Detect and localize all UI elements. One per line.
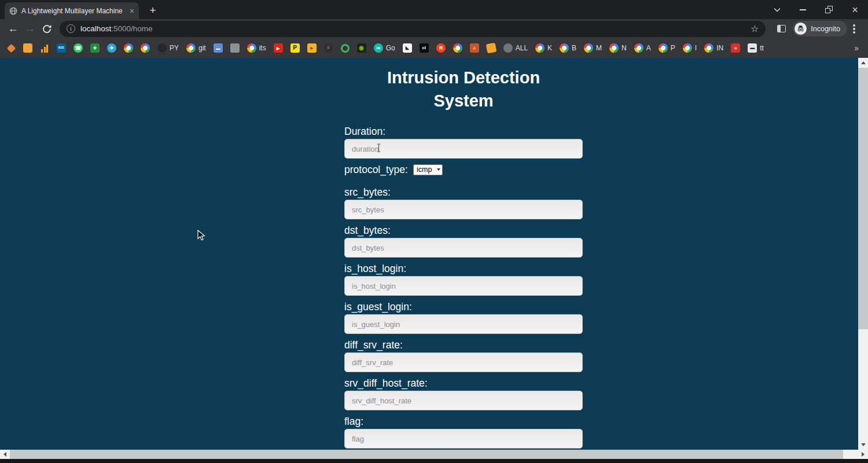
- tab-close-icon[interactable]: ×: [130, 7, 134, 15]
- scroll-left-button[interactable]: [0, 450, 10, 459]
- bookmark-label: git: [198, 44, 206, 52]
- bookmark-star-icon[interactable]: ☆: [751, 23, 759, 34]
- google-sheets-icon: +: [90, 43, 100, 53]
- incognito-badge: Incognito: [793, 21, 847, 36]
- bookmark-google-git[interactable]: git: [186, 43, 206, 53]
- vertical-scrollbar[interactable]: [858, 58, 868, 450]
- is-guest-login-input[interactable]: [344, 314, 583, 334]
- youtube-icon: ▶: [274, 43, 283, 53]
- bookmark-whatsapp[interactable]: ☎: [73, 43, 83, 53]
- google-icon: [124, 43, 133, 53]
- minimize-icon: [800, 9, 806, 10]
- is-host-login-input[interactable]: [344, 276, 583, 296]
- maximize-button[interactable]: [816, 0, 842, 19]
- bookmark-google-p[interactable]: P: [659, 43, 675, 53]
- horizontal-scrollbar-thumb[interactable]: [10, 450, 843, 459]
- bookmark-orange-app[interactable]: [23, 43, 32, 53]
- new-tab-button[interactable]: +: [146, 3, 160, 17]
- back-button[interactable]: ←: [5, 20, 21, 37]
- bookmark-pdf[interactable]: ≡: [731, 43, 740, 53]
- browser-tab[interactable]: A Lightweight Multilayer Machine ×: [5, 2, 139, 19]
- field-diff-srv-rate: diff_srv_rate:: [344, 339, 583, 372]
- bookmark-orange-book[interactable]: [487, 43, 496, 53]
- site-info-icon[interactable]: i: [67, 24, 75, 33]
- vertical-scrollbar-thumb[interactable]: [858, 68, 868, 329]
- menu-dots-icon[interactable]: [853, 28, 855, 30]
- side-panel-icon[interactable]: [777, 25, 786, 32]
- browser-window: { "window": { "tab_title": "A Lightweigh…: [0, 0, 868, 463]
- left-arrow-icon: [3, 452, 6, 457]
- bookmark-google-a[interactable]: A: [634, 43, 651, 53]
- bookmark-photos-app[interactable]: ▬: [214, 43, 223, 53]
- flag-input[interactable]: [344, 429, 583, 449]
- bookmark-google-sheets[interactable]: +: [90, 43, 100, 53]
- photos-app-icon: ▬: [214, 43, 223, 53]
- bookmark-telegram[interactable]: ✈: [107, 43, 116, 53]
- bookmark-google[interactable]: [453, 43, 462, 53]
- bookmarks-bar-items: IEEE☎+✈PYgit▬its▶P▶≡◉∞Go◣clЯ▲ALLKBMNAPII…: [7, 43, 764, 53]
- bookmark-google-i[interactable]: I: [683, 43, 697, 53]
- kite-icon: [7, 43, 16, 53]
- bookmark-godaddy-go[interactable]: ∞Go: [374, 43, 395, 53]
- field-is-guest-login: is_guest_login:: [344, 301, 583, 334]
- select-chevron-icon: [437, 168, 440, 171]
- incognito-label: Incognito: [811, 25, 840, 33]
- url-text[interactable]: localhost:5000/home: [80, 24, 153, 33]
- bookmark-youtube[interactable]: ▶: [274, 43, 283, 53]
- bookmark-google-k[interactable]: K: [535, 43, 552, 53]
- scroll-down-button[interactable]: [858, 440, 868, 450]
- field-is-host-login: is_host_login:: [344, 263, 583, 296]
- bookmark-yandex[interactable]: Я: [436, 43, 446, 53]
- address-bar[interactable]: i localhost:5000/home ☆: [60, 21, 766, 37]
- diff-srv-rate-input[interactable]: [344, 352, 583, 372]
- bookmark-duck[interactable]: ◣: [403, 43, 412, 53]
- bookmark-google[interactable]: [124, 43, 133, 53]
- srv-diff-host-rate-input[interactable]: [344, 391, 583, 410]
- google-m-icon: [584, 43, 593, 53]
- bookmark-label: I: [695, 44, 697, 52]
- forward-button[interactable]: →: [21, 20, 38, 37]
- field-src-bytes: src_bytes:: [344, 186, 583, 219]
- bookmark-analytics-bars[interactable]: [40, 43, 49, 53]
- bookmark-google-in[interactable]: IN: [704, 43, 723, 53]
- src-bytes-input[interactable]: [344, 200, 583, 219]
- bookmark-gray-app[interactable]: [230, 43, 240, 53]
- bookmark-ieee[interactable]: IEEE: [57, 43, 66, 53]
- bookmark-green-ring[interactable]: [341, 44, 350, 53]
- bookmarks-overflow-chevron-icon[interactable]: »: [854, 43, 863, 53]
- bookmark-cart[interactable]: ≡: [324, 43, 333, 53]
- scroll-right-button[interactable]: [858, 450, 868, 459]
- minimize-button[interactable]: [790, 0, 816, 19]
- google-its-icon: [247, 43, 256, 53]
- horizontal-scrollbar[interactable]: [0, 450, 868, 459]
- bookmark-yellow-p[interactable]: P: [290, 43, 300, 53]
- bookmark-monitor-tt[interactable]: ▬tt: [748, 43, 764, 53]
- scroll-up-button[interactable]: [858, 58, 868, 68]
- cl-icon: cl: [420, 43, 429, 53]
- bookmark-google-its[interactable]: its: [247, 43, 266, 53]
- bookmark-github-py[interactable]: PY: [157, 43, 179, 53]
- bookmark-google-n[interactable]: N: [609, 43, 627, 53]
- protocol-type-select-wrap: icmp: [413, 164, 443, 175]
- bookmark-google-b[interactable]: B: [560, 43, 576, 53]
- bookmark-cl[interactable]: cl: [420, 43, 429, 53]
- srv-diff-host-rate-label: srv_diff_host_rate:: [344, 377, 583, 389]
- bookmark-google-m[interactable]: M: [584, 43, 602, 53]
- bookmark-movie-camera[interactable]: ▶: [307, 43, 317, 53]
- bookmark-matlab[interactable]: ▲: [470, 43, 479, 53]
- tab-search-chevron-icon[interactable]: [764, 0, 790, 19]
- bookmark-google[interactable]: [141, 43, 150, 53]
- cart-icon: ≡: [324, 43, 333, 53]
- reload-button[interactable]: [38, 20, 55, 37]
- bookmark-nvidia[interactable]: ◉: [357, 43, 366, 53]
- reload-icon: [42, 24, 52, 34]
- duck-icon: ◣: [403, 43, 412, 53]
- close-window-button[interactable]: ×: [842, 0, 868, 19]
- bookmark-kite[interactable]: [7, 44, 16, 53]
- bookmark-label: B: [572, 44, 576, 52]
- dst-bytes-input[interactable]: [344, 238, 583, 258]
- bookmark-globe-all[interactable]: ALL: [503, 43, 528, 53]
- github-py-icon: [157, 43, 167, 53]
- bookmark-label: PY: [170, 44, 179, 52]
- ieee-icon: IEEE: [57, 43, 66, 53]
